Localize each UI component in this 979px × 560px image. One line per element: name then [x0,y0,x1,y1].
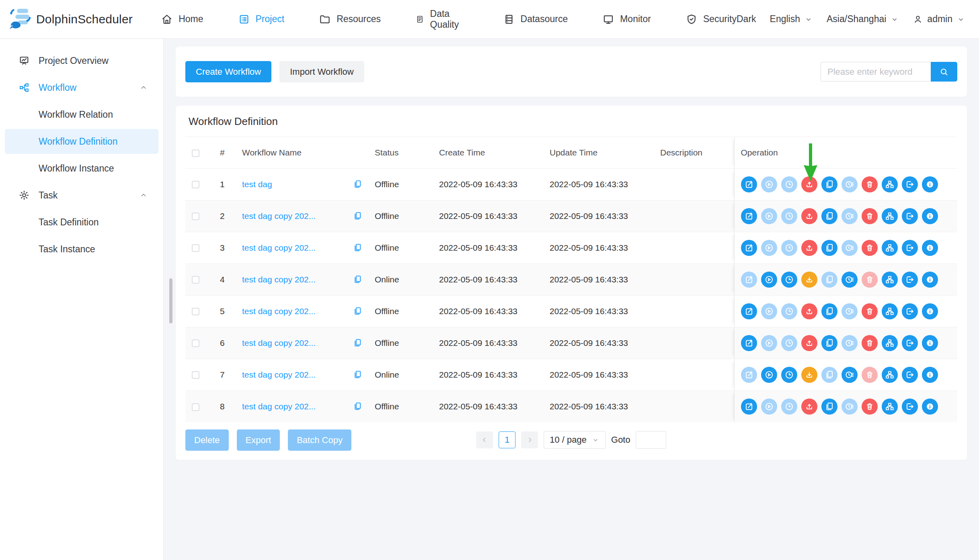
version-info-button[interactable] [922,176,938,192]
offline-download-button[interactable] [801,272,817,288]
export-button[interactable] [902,335,918,351]
row-checkbox[interactable] [192,213,199,220]
nav-item-resources[interactable]: Resources [319,13,381,25]
next-page-button[interactable] [521,431,538,448]
copy-button[interactable] [821,399,837,415]
edit-button[interactable] [741,176,757,192]
run-button[interactable] [761,176,777,192]
run-button[interactable] [761,272,777,288]
tree-view-button[interactable] [882,176,898,192]
workflow-name-link[interactable]: test dag copy 202... [242,275,349,284]
version-info-button[interactable] [922,208,938,224]
cron-manage-button[interactable] [841,272,858,288]
copy-name-icon[interactable] [353,306,363,316]
tree-view-button[interactable] [882,303,898,319]
nav-item-monitor[interactable]: Monitor [602,13,651,25]
workflow-name-link[interactable]: test dag copy 202... [242,211,349,221]
tree-view-button[interactable] [882,335,898,351]
copy-name-icon[interactable] [353,370,363,380]
export-button[interactable] [902,208,918,224]
copy-button[interactable] [821,335,837,351]
nav-item-datasource[interactable]: Datasource [503,13,568,25]
edit-button[interactable] [741,240,757,256]
edit-button[interactable] [741,399,757,415]
cron-manage-button[interactable] [841,176,858,192]
copy-name-icon[interactable] [353,401,363,411]
copy-name-icon[interactable] [353,274,363,284]
tree-view-button[interactable] [882,272,898,288]
version-info-button[interactable] [922,335,938,351]
nav-item-data-quality[interactable]: Data Quality [415,8,468,30]
version-info-button[interactable] [922,272,938,288]
search-button[interactable] [931,62,957,82]
edit-button[interactable] [741,208,757,224]
tree-view-button[interactable] [882,240,898,256]
timing-button[interactable] [781,208,797,224]
online-upload-button[interactable] [801,399,817,415]
edit-button[interactable] [741,335,757,351]
nav-item-security[interactable]: Security [686,13,737,25]
version-info-button[interactable] [922,399,938,415]
tree-view-button[interactable] [882,399,898,415]
export-button[interactable] [902,303,918,319]
workflow-name-link[interactable]: test dag copy 202... [242,402,349,411]
timing-button[interactable] [781,399,797,415]
offline-download-button[interactable] [801,367,817,383]
timing-button[interactable] [781,303,797,319]
delete-button[interactable] [862,335,878,351]
import-workflow-button[interactable]: Import Workflow [279,61,364,82]
copy-button[interactable] [821,272,837,288]
row-checkbox[interactable] [192,371,199,379]
timing-button[interactable] [781,240,797,256]
row-checkbox[interactable] [192,403,199,411]
run-button[interactable] [761,208,777,224]
sidebar-item-task[interactable]: Task [5,183,158,208]
run-button[interactable] [761,240,777,256]
create-workflow-button[interactable]: Create Workflow [185,61,271,82]
batch-copy-button[interactable]: Batch Copy [288,429,351,451]
export-button[interactable]: Export [237,429,280,451]
online-upload-button[interactable] [801,335,817,351]
export-button[interactable] [902,176,918,192]
version-info-button[interactable] [922,303,938,319]
delete-button[interactable] [862,240,878,256]
online-upload-button[interactable] [801,303,817,319]
online-upload-button[interactable] [801,240,817,256]
sidebar-item-workflow-instance[interactable]: Workflow Instance [5,156,158,181]
goto-page-input[interactable] [636,431,667,449]
workflow-name-link[interactable]: test dag copy 202... [242,338,349,348]
delete-button[interactable]: Delete [185,429,229,451]
page-1-button[interactable]: 1 [499,431,515,448]
workflow-name-link[interactable]: test dag copy 202... [242,243,349,253]
copy-button[interactable] [821,367,837,383]
run-button[interactable] [761,399,777,415]
online-upload-button[interactable] [801,176,817,192]
delete-button[interactable] [862,399,878,415]
search-input[interactable] [821,62,931,82]
row-checkbox[interactable] [192,339,199,347]
theme-toggle[interactable]: Dark [737,14,756,25]
version-info-button[interactable] [922,240,938,256]
prev-page-button[interactable] [476,431,493,448]
sidebar-item-workflow-definition[interactable]: Workflow Definition [5,129,158,154]
online-upload-button[interactable] [801,208,817,224]
version-info-button[interactable] [922,367,938,383]
run-button[interactable] [761,303,777,319]
sidebar-item-workflow[interactable]: Workflow [5,75,158,100]
copy-name-icon[interactable] [353,179,363,189]
nav-item-project[interactable]: Project [238,13,285,25]
copy-button[interactable] [821,303,837,319]
copy-name-icon[interactable] [353,243,363,253]
workflow-name-link[interactable]: test dag copy 202... [242,370,349,380]
run-button[interactable] [761,335,777,351]
cron-manage-button[interactable] [841,240,858,256]
sidebar-scrollbar-thumb[interactable] [169,278,172,323]
delete-button[interactable] [862,367,878,383]
delete-button[interactable] [862,272,878,288]
timezone-select[interactable]: Asia/Shanghai [827,14,899,25]
cron-manage-button[interactable] [841,367,858,383]
export-button[interactable] [902,399,918,415]
cron-manage-button[interactable] [841,303,858,319]
sidebar-item-task-instance[interactable]: Task Instance [5,237,158,262]
tree-view-button[interactable] [882,367,898,383]
